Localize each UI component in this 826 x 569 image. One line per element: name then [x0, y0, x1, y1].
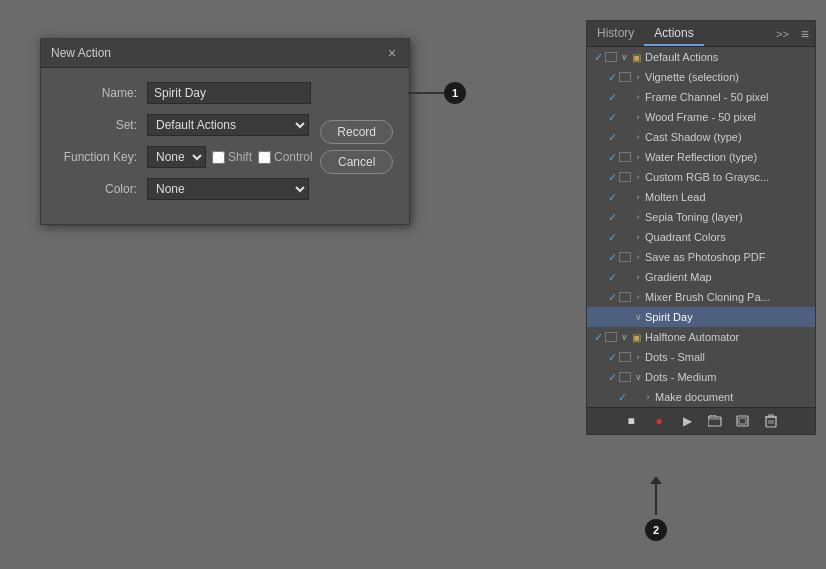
record-box-icon	[619, 352, 631, 362]
set-select[interactable]: Default Actions	[147, 114, 309, 136]
chevron-icon: ∨	[633, 312, 643, 322]
name-input[interactable]	[147, 82, 311, 104]
check-icon: ✓	[605, 91, 619, 104]
list-item[interactable]: ✓ › Quadrant Colors	[587, 227, 815, 247]
color-select[interactable]: None	[147, 178, 309, 200]
annotation-2-circle: 2	[645, 519, 667, 541]
check-icon: ✓	[615, 391, 629, 404]
shift-checkbox[interactable]	[212, 151, 225, 164]
annotation-2-line	[655, 483, 657, 515]
chevron-icon: ›	[633, 152, 643, 162]
list-item[interactable]: ✓ › Wood Frame - 50 pixel	[587, 107, 815, 127]
control-checkbox[interactable]	[258, 151, 271, 164]
list-item[interactable]: ✓ ∨ Dots - Medium	[587, 367, 815, 387]
check-icon: ✓	[605, 151, 619, 164]
chevron-icon: ›	[633, 132, 643, 142]
chevron-icon: ›	[633, 232, 643, 242]
record-box-icon	[619, 152, 631, 162]
record-box-icon	[619, 72, 631, 82]
list-item[interactable]: ✓ ∨ ▣ Default Actions	[587, 47, 815, 67]
dialog-body: Name: Set: Default Actions Function Key:…	[41, 68, 409, 224]
record-box-icon	[605, 332, 617, 342]
dialog-title: New Action	[51, 46, 111, 60]
shift-checkbox-label[interactable]: Shift	[212, 150, 252, 164]
dialog-titlebar: New Action ×	[41, 39, 409, 68]
tab-history[interactable]: History	[587, 22, 644, 46]
folder-icon: ▣	[629, 52, 643, 63]
cancel-button[interactable]: Cancel	[320, 150, 393, 174]
dialog-buttons: Record Cancel	[320, 120, 393, 174]
chevron-icon: ∨	[619, 332, 629, 342]
action-label: Default Actions	[645, 51, 811, 63]
action-label: Water Reflection (type)	[645, 151, 811, 163]
panel-header: History Actions >> ≡	[587, 21, 815, 47]
stop-button[interactable]: ■	[621, 412, 641, 430]
check-icon: ✓	[605, 191, 619, 204]
panel-menu-button[interactable]: ≡	[795, 22, 815, 46]
action-label: Cast Shadow (type)	[645, 131, 811, 143]
folder-icon: ▣	[629, 332, 643, 343]
check-icon: ✓	[605, 131, 619, 144]
check-icon: ✓	[591, 51, 605, 64]
arrow-up-tip	[650, 476, 662, 484]
panel-toolbar: ■ ● ▶	[587, 407, 815, 434]
list-item[interactable]: ✓ › Cast Shadow (type)	[587, 127, 815, 147]
list-item[interactable]: ✓ › Vignette (selection)	[587, 67, 815, 87]
action-label: Molten Lead	[645, 191, 811, 203]
list-item[interactable]: ✓ › Save as Photoshop PDF	[587, 247, 815, 267]
new-action-dialog: New Action × Name: Set: Default Actions …	[40, 38, 410, 225]
list-item[interactable]: ✓ › Custom RGB to Graysc...	[587, 167, 815, 187]
record-button[interactable]: Record	[320, 120, 393, 144]
action-label: Gradient Map	[645, 271, 811, 283]
check-icon: ✓	[605, 211, 619, 224]
chevron-icon: ∨	[619, 52, 629, 62]
check-icon: ✓	[605, 271, 619, 284]
action-label: Sepia Toning (layer)	[645, 211, 811, 223]
chevron-icon: ›	[633, 92, 643, 102]
chevron-icon: ›	[633, 212, 643, 222]
new-item-button[interactable]	[733, 412, 753, 430]
new-folder-button[interactable]	[705, 412, 725, 430]
chevron-icon: ∨	[633, 372, 643, 382]
action-label: Dots - Small	[645, 351, 811, 363]
list-item[interactable]: ✓ › Frame Channel - 50 pixel	[587, 87, 815, 107]
action-label: Custom RGB to Graysc...	[645, 171, 811, 183]
play-button[interactable]: ▶	[677, 412, 697, 430]
set-label: Set:	[57, 118, 147, 132]
action-label: Wood Frame - 50 pixel	[645, 111, 811, 123]
chevron-icon: ›	[633, 192, 643, 202]
function-key-select[interactable]: None	[147, 146, 206, 168]
action-label: Mixer Brush Cloning Pa...	[645, 291, 811, 303]
delete-button[interactable]	[761, 412, 781, 430]
set-row: Set: Default Actions	[57, 114, 309, 136]
control-checkbox-label[interactable]: Control	[258, 150, 313, 164]
list-item[interactable]: ✓ › Make document	[587, 387, 815, 407]
svg-rect-2	[739, 418, 746, 424]
list-item[interactable]: ✓ › Sepia Toning (layer)	[587, 207, 815, 227]
list-item[interactable]: ✓ › Molten Lead	[587, 187, 815, 207]
dialog-close-button[interactable]: ×	[385, 46, 399, 60]
chevron-icon: ›	[633, 292, 643, 302]
action-label: Vignette (selection)	[645, 71, 811, 83]
name-row: Name:	[57, 82, 309, 104]
list-item[interactable]: ✓ ∨ ▣ Halftone Automator	[587, 327, 815, 347]
check-icon: ✓	[605, 171, 619, 184]
list-item[interactable]: ✓ › Mixer Brush Cloning Pa...	[587, 287, 815, 307]
action-label: Save as Photoshop PDF	[645, 251, 811, 263]
chevron-icon: ›	[643, 392, 653, 402]
check-icon: ✓	[591, 331, 605, 344]
record-box-icon	[619, 372, 631, 382]
list-item[interactable]: ✓ › Dots - Small	[587, 347, 815, 367]
action-label: Make document	[655, 391, 811, 403]
panel-more-button[interactable]: >>	[770, 24, 795, 44]
list-item[interactable]: ✓ › Water Reflection (type)	[587, 147, 815, 167]
annotation-1-container: 1	[408, 82, 466, 104]
tab-actions[interactable]: Actions	[644, 22, 703, 46]
check-icon: ✓	[605, 231, 619, 244]
chevron-icon: ›	[633, 72, 643, 82]
record-action-button[interactable]: ●	[649, 412, 669, 430]
list-item[interactable]: ✓ › Gradient Map	[587, 267, 815, 287]
list-item-spirit-day[interactable]: ∨ Spirit Day	[587, 307, 815, 327]
annotation-1-circle: 1	[444, 82, 466, 104]
color-row: Color: None	[57, 178, 309, 200]
